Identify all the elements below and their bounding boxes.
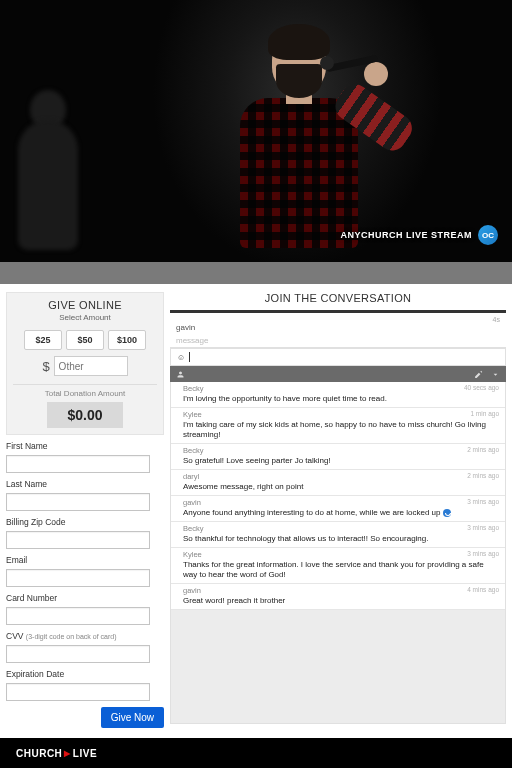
card-label: Card Number <box>6 593 164 603</box>
chat-column: JOIN THE CONVERSATION gavin 4s message ☺… <box>170 292 506 728</box>
content-row: GIVE ONLINE Select Amount $25 $50 $100 $… <box>0 284 512 738</box>
message-time: 2 mins ago <box>467 446 499 453</box>
give-title: GIVE ONLINE <box>13 299 157 311</box>
message-body: I'm taking care of my sick kids at home,… <box>183 420 499 440</box>
total-value: $0.00 <box>67 407 102 423</box>
chat-my-age: 4s <box>493 316 500 323</box>
message-body: Great word! preach it brother <box>183 596 499 606</box>
total-label: Total Donation Amount <box>13 389 157 398</box>
card-input[interactable] <box>6 607 150 625</box>
chat-title: JOIN THE CONVERSATION <box>170 292 506 304</box>
other-amount-row: $ <box>13 356 157 376</box>
chat-identity: gavin 4s message <box>170 310 506 348</box>
total-box: $0.00 <box>47 402 123 428</box>
give-column: GIVE ONLINE Select Amount $25 $50 $100 $… <box>6 292 164 728</box>
chat-message-list[interactable]: Becky40 secs agoI'm loving the opportuni… <box>170 382 506 724</box>
first-name-input[interactable] <box>6 455 150 473</box>
amount-100-button[interactable]: $100 <box>108 330 146 350</box>
message-user: Becky <box>183 384 499 393</box>
text-cursor <box>189 352 190 362</box>
play-icon: ▶ <box>64 749 71 758</box>
email-label: Email <box>6 555 164 565</box>
stream-badge: OC <box>478 225 498 245</box>
brand-right: LIVE <box>73 748 97 759</box>
chat-message: Becky2 mins agoSo grateful! Love seeing … <box>171 444 505 470</box>
message-body: I'm loving the opportunity to have more … <box>183 394 499 404</box>
other-amount-input[interactable] <box>54 356 128 376</box>
cvv-label: CVV (3-digit code on back of card) <box>6 631 164 641</box>
message-body: Anyone found anything interesting to do … <box>183 508 499 518</box>
message-time: 1 min ago <box>470 410 499 417</box>
brand-left: CHURCH <box>16 748 62 759</box>
brand-logo: CHURCH ▶ LIVE <box>16 748 496 759</box>
exp-label: Expiration Date <box>6 669 164 679</box>
message-time: 40 secs ago <box>464 384 499 391</box>
zip-input[interactable] <box>6 531 150 549</box>
cvv-input[interactable] <box>6 645 150 663</box>
chat-message: Kylee1 min agoI'm taking care of my sick… <box>171 408 505 444</box>
chevron-down-icon[interactable] <box>491 370 500 379</box>
give-now-button[interactable]: Give Now <box>101 707 164 728</box>
exp-input[interactable] <box>6 683 150 701</box>
chat-toolbar <box>170 366 506 382</box>
amount-25-button[interactable]: $25 <box>24 330 62 350</box>
smile-icon <box>443 509 451 517</box>
footer: CHURCH ▶ LIVE <box>0 738 512 768</box>
last-name-input[interactable] <box>6 493 150 511</box>
chat-my-name: gavin <box>176 323 195 332</box>
message-user: daryl <box>183 472 499 481</box>
video-player[interactable]: ANYCHURCH LIVE STREAM OC <box>0 0 512 262</box>
zip-label: Billing Zip Code <box>6 517 164 527</box>
message-body: So grateful! Love seeing parter Jo talki… <box>183 456 499 466</box>
emoji-icon[interactable]: ☺ <box>177 353 185 362</box>
amount-row: $25 $50 $100 <box>13 330 157 350</box>
message-time: 3 mins ago <box>467 550 499 557</box>
chat-message: gavin4 mins agoGreat word! preach it bro… <box>171 584 505 610</box>
chat-placeholder: message <box>176 336 500 345</box>
message-user: Kylee <box>183 410 499 419</box>
chat-message: Kylee3 mins agoThanks for the great info… <box>171 548 505 584</box>
message-time: 2 mins ago <box>467 472 499 479</box>
currency-symbol: $ <box>42 359 49 374</box>
edit-icon[interactable] <box>474 370 483 379</box>
message-user: gavin <box>183 498 499 507</box>
chat-message: daryl2 mins agoAwesome message, right on… <box>171 470 505 496</box>
amount-50-button[interactable]: $50 <box>66 330 104 350</box>
message-user: gavin <box>183 586 499 595</box>
message-time: 3 mins ago <box>467 524 499 531</box>
give-subtitle: Select Amount <box>13 313 157 322</box>
message-body: Thanks for the great information. I love… <box>183 560 499 580</box>
message-time: 4 mins ago <box>467 586 499 593</box>
give-card: GIVE ONLINE Select Amount $25 $50 $100 $… <box>6 292 164 435</box>
message-body: Awesome message, right on point <box>183 482 499 492</box>
video-scene <box>0 0 512 262</box>
chat-message: Becky40 secs agoI'm loving the opportuni… <box>171 382 505 408</box>
message-user: Kylee <box>183 550 499 559</box>
background-figure <box>18 120 78 250</box>
stream-overlay-label: ANYCHURCH LIVE STREAM <box>340 230 472 240</box>
email-input[interactable] <box>6 569 150 587</box>
message-user: Becky <box>183 446 499 455</box>
donation-form: First Name Last Name Billing Zip Code Em… <box>6 441 164 728</box>
singer-figure <box>230 20 370 240</box>
last-name-label: Last Name <box>6 479 164 489</box>
message-body: So thankful for technology that allows u… <box>183 534 499 544</box>
message-user: Becky <box>183 524 499 533</box>
person-icon[interactable] <box>176 370 185 379</box>
first-name-label: First Name <box>6 441 164 451</box>
message-time: 3 mins ago <box>467 498 499 505</box>
divider-band <box>0 262 512 284</box>
chat-compose[interactable]: ☺ <box>170 348 506 366</box>
divider <box>13 384 157 385</box>
chat-message: gavin3 mins agoAnyone found anything int… <box>171 496 505 522</box>
chat-message: Becky3 mins agoSo thankful for technolog… <box>171 522 505 548</box>
